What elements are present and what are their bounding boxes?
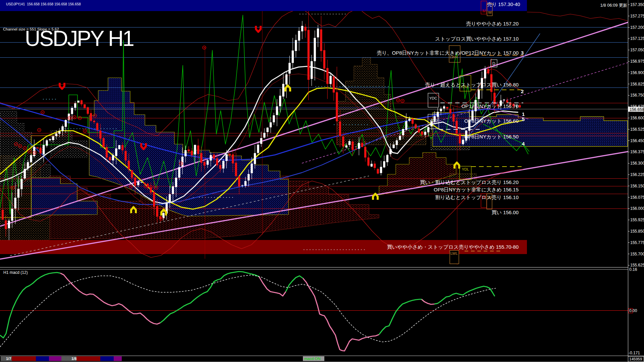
svg-text:売り 157.30-40: 売り 157.30-40 — [487, 2, 520, 7]
svg-text:155.850: 155.850 — [630, 229, 644, 234]
svg-text:買いやや小さめ・ストップロス売りやや小さめ 155.70-8: 買いやや小さめ・ストップロス売りやや小さめ 155.70-80 — [387, 244, 519, 250]
svg-text:4: 4 — [522, 141, 525, 146]
svg-text:156.825: 156.825 — [630, 82, 644, 86]
svg-text:OP12日NYカット 156.70: OP12日NYカット 156.70 — [462, 103, 519, 109]
svg-text:1/7: 1/7 — [6, 357, 11, 361]
svg-text:D: D — [492, 61, 495, 66]
svg-text:M: M — [482, 9, 486, 13]
svg-text:157.125: 157.125 — [630, 36, 644, 41]
svg-text:156.000: 156.000 — [630, 206, 644, 211]
svg-text:USDJPY,H1 156.658 156.658 156: USDJPY,H1 156.658 156.658 156.658 156.65… — [6, 2, 81, 6]
svg-text:OP8日NYカット 156.60: OP8日NYカット 156.60 — [464, 118, 519, 124]
svg-text:156.658: 156.658 — [630, 107, 644, 112]
svg-text:145959: 145959 — [629, 357, 642, 361]
svg-text:売りやや小さめ 157.20: 売りやや小さめ 157.20 — [466, 21, 519, 26]
svg-text:156.900: 156.900 — [630, 70, 644, 75]
svg-text:156.750: 156.750 — [630, 93, 644, 98]
svg-text:2: 2 — [521, 88, 524, 94]
svg-text:156.975: 156.975 — [630, 59, 644, 64]
svg-text:155.925: 155.925 — [630, 218, 644, 222]
svg-text:OP8日NYカット 156.50: OP8日NYカット 156.50 — [464, 134, 519, 139]
svg-text:0.00: 0.00 — [629, 308, 637, 313]
svg-text:買い 156.00: 買い 156.00 — [492, 209, 519, 215]
svg-text:YDO: YDO — [429, 119, 437, 123]
svg-text:3: 3 — [521, 50, 524, 56]
svg-text:OP8日NYカット非常に大きめ 156.15: OP8日NYカット非常に大きめ 156.15 — [434, 187, 519, 192]
svg-text:W: W — [488, 10, 492, 15]
svg-text:ストップロス買いやや小さめ 157.10: ストップロス買いやや小さめ 157.10 — [435, 36, 519, 42]
svg-text:-0.171: -0.171 — [629, 351, 640, 355]
svg-text:157.050: 157.050 — [630, 48, 644, 52]
svg-text:YDL: YDL — [462, 167, 469, 171]
svg-text:156.075: 156.075 — [630, 195, 644, 200]
svg-text:買い・割り込むとストップロス売り 156.20: 買い・割り込むとストップロス売り 156.20 — [420, 179, 519, 185]
svg-text:156.300: 156.300 — [630, 161, 644, 166]
svg-text:売り、OP8日NYカット非常に大きめ/OP12日NYカット: 売り、OP8日NYカット非常に大きめ/OP12日NYカット 157.00 — [377, 50, 519, 56]
svg-text:156.450: 156.450 — [630, 138, 644, 143]
svg-text:Channel size = 551 Slope = 5.6: Channel size = 551 Slope = 5.62 — [3, 27, 59, 31]
svg-text:macd ON: macd ON — [304, 357, 321, 361]
svg-text:1/8: 1/8 — [71, 357, 76, 361]
svg-text:156.225: 156.225 — [630, 172, 644, 177]
svg-text:156.525: 156.525 — [630, 127, 644, 132]
svg-text:157.350: 157.350 — [630, 2, 644, 7]
svg-text:157.275: 157.275 — [630, 14, 644, 18]
svg-text:YDC: YDC — [429, 96, 437, 100]
svg-text:156.600: 156.600 — [630, 116, 644, 120]
svg-text:157.200: 157.200 — [630, 25, 644, 30]
svg-text:1/8 06:09 更新: 1/8 06:09 更新 — [600, 3, 627, 8]
svg-text:売り・超えるとストップロス買い 156.80: 売り・超えるとストップロス買い 156.80 — [425, 82, 519, 87]
svg-text:155.700: 155.700 — [630, 252, 644, 256]
svg-text:0.16: 0.16 — [629, 267, 637, 272]
svg-text:156.150: 156.150 — [630, 184, 644, 188]
svg-text:H1 macd (12): H1 macd (12) — [3, 270, 28, 275]
svg-text:割り込むとストップロス売り 156.10: 割り込むとストップロス売り 156.10 — [435, 194, 519, 200]
svg-text:155.775: 155.775 — [630, 240, 644, 245]
svg-text:LWL: LWL — [450, 251, 458, 255]
svg-text:5: 5 — [522, 116, 525, 122]
svg-text:156.375: 156.375 — [630, 149, 644, 154]
